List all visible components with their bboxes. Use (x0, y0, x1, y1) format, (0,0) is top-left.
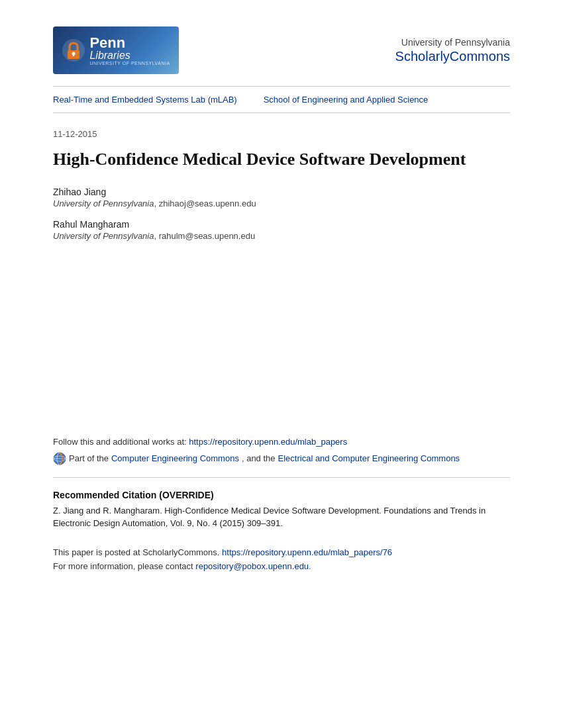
author-2-institution: University of Pennsylvania (53, 231, 154, 241)
footer-period: . (309, 561, 311, 571)
paper-title: High-Confidence Medical Device Software … (53, 148, 510, 171)
citation-text: Z. Jiang and R. Mangharam. High-Confiden… (53, 504, 510, 530)
footer-scholarly-link[interactable]: https://repository.upenn.edu/mlab_papers… (222, 547, 392, 557)
author-2-name: Rahul Mangharam (53, 219, 510, 230)
nav-link-mlab[interactable]: Real-Time and Embedded Systems Lab (mLAB… (53, 95, 237, 105)
paper-date: 11-12-2015 (53, 129, 510, 139)
author-block-1: Zhihao Jiang University of Pennsylvania,… (53, 187, 510, 208)
follow-section: Follow this and additional works at: htt… (53, 437, 510, 465)
footer-contact-email[interactable]: repository@pobox.upenn.edu (195, 561, 309, 571)
nav-link-seas[interactable]: School of Engineering and Applied Scienc… (264, 95, 429, 105)
logo-penn-text: Penn (89, 36, 170, 50)
footer-posted-text: This paper is posted at ScholarlyCommons… (53, 547, 222, 557)
author-1-affil: University of Pennsylvania, zhihaoj@seas… (53, 199, 510, 208)
citation-title: Recommended Citation (OVERRIDE) (53, 490, 510, 500)
follow-text: Follow this and additional works at: htt… (53, 437, 510, 447)
author-block-2: Rahul Mangharam University of Pennsylvan… (53, 219, 510, 241)
logo-libraries-text: Libraries (89, 50, 170, 61)
author-2-affil: University of Pennsylvania, rahulm@seas.… (53, 231, 510, 241)
citation-section: Recommended Citation (OVERRIDE) Z. Jiang… (53, 490, 510, 530)
footer-line-2: For more information, please contact rep… (53, 560, 510, 574)
author-1-name: Zhihao Jiang (53, 187, 510, 197)
footer-line-1: This paper is posted at ScholarlyCommons… (53, 546, 510, 560)
computer-engineering-commons-link[interactable]: Computer Engineering Commons (111, 453, 239, 463)
open-access-lock-icon (62, 38, 85, 62)
commons-globe-icon (53, 452, 66, 465)
footer-section: This paper is posted at ScholarlyCommons… (53, 546, 510, 574)
nav-bar: Real-Time and Embedded Systems Lab (mLAB… (53, 87, 510, 113)
logo-upenn-subtext: University of Pennsylvania (89, 61, 170, 66)
logo-area: Penn Libraries University of Pennsylvani… (53, 26, 179, 74)
logo-text: Penn Libraries University of Pennsylvani… (89, 36, 170, 66)
header: Penn Libraries University of Pennsylvani… (53, 26, 510, 87)
university-name: University of Pennsylvania (395, 37, 510, 48)
follow-link[interactable]: https://repository.upenn.edu/mlab_papers (189, 437, 347, 447)
svg-rect-3 (73, 54, 74, 56)
follow-label: Follow this and additional works at: (53, 437, 189, 447)
footer-contact-text: For more information, please contact (53, 561, 195, 571)
author-1-institution: University of Pennsylvania (53, 199, 154, 208)
scholarly-commons-link[interactable]: ScholarlyCommons (395, 49, 510, 64)
penn-libraries-logo: Penn Libraries University of Pennsylvani… (53, 26, 179, 74)
electrical-computer-engineering-commons-link[interactable]: Electrical and Computer Engineering Comm… (278, 453, 460, 463)
content-spacer (53, 251, 510, 437)
section-divider (53, 477, 510, 478)
header-right: University of Pennsylvania ScholarlyComm… (395, 37, 510, 64)
commons-and-text: , and the (242, 453, 276, 463)
commons-part-of-text: Part of the (69, 453, 109, 463)
commons-line: Part of the Computer Engineering Commons… (53, 452, 510, 465)
page-wrapper: Penn Libraries University of Pennsylvani… (0, 0, 563, 728)
